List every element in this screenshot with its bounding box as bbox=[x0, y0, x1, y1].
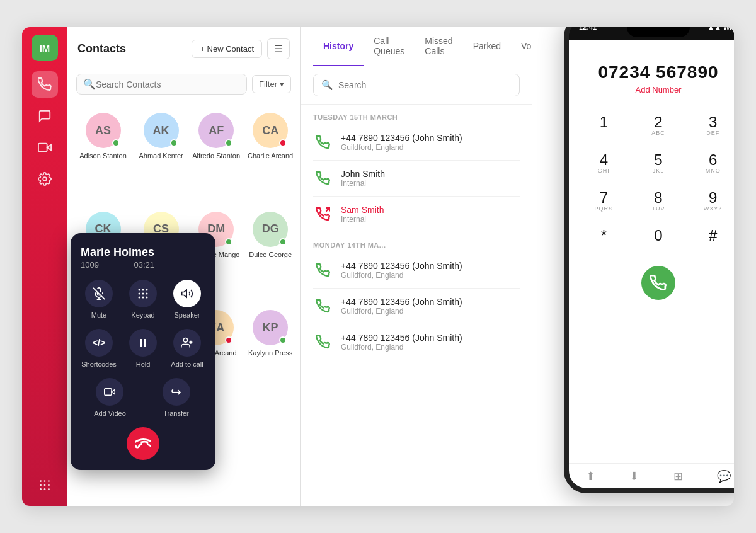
contact-card[interactable]: AK Ahmad Kenter bbox=[134, 106, 188, 205]
contact-card[interactable]: CA Charlie Arcand bbox=[244, 106, 297, 205]
svg-point-19 bbox=[139, 297, 140, 299]
svg-point-14 bbox=[142, 289, 144, 291]
dial-num: 3 bbox=[709, 115, 717, 130]
dial-key-1[interactable]: 1 bbox=[576, 107, 631, 145]
sidebar-avatar[interactable]: IM bbox=[32, 35, 58, 61]
svg-point-15 bbox=[146, 289, 148, 291]
dial-key-*[interactable]: * bbox=[576, 221, 631, 258]
history-info: +44 7890 123456 (John Smith) Guildford, … bbox=[341, 333, 520, 352]
speaker-icon bbox=[173, 280, 201, 307]
history-call-icon bbox=[313, 132, 333, 152]
dial-alpha: GHI bbox=[598, 168, 610, 175]
sidebar-icon-phone[interactable] bbox=[32, 71, 58, 98]
phone-notch: 12:41 ▲▲ WiFi bbox=[569, 27, 734, 40]
contacts-search-input[interactable] bbox=[96, 79, 240, 89]
contact-name: Kaylynn Press bbox=[248, 349, 293, 357]
list-view-button[interactable]: ☰ bbox=[267, 38, 290, 59]
dial-alpha: JKL bbox=[653, 168, 665, 175]
phone-screen: 07234 567890 Add Number 1 2 ABC 3 DEF 4 … bbox=[569, 40, 734, 463]
add-video-button[interactable]: Add Video bbox=[94, 378, 126, 417]
history-name: +44 7890 123456 (John Smith) bbox=[341, 261, 520, 271]
history-info: +44 7890 123456 (John Smith) Guildford, … bbox=[341, 261, 520, 280]
call-popup-ext: 1009 03:21 bbox=[81, 260, 154, 270]
dial-key-5[interactable]: 5 JKL bbox=[631, 145, 686, 183]
contact-card[interactable]: KP Kaylynn Press bbox=[244, 304, 297, 403]
svg-point-7 bbox=[44, 484, 46, 486]
contact-card[interactable]: AF Alfredo Stanton bbox=[188, 106, 244, 205]
phone-bottom-icon-3[interactable]: ⊞ bbox=[673, 469, 683, 483]
phone-number-display: 07234 567890 bbox=[598, 62, 718, 83]
svg-point-4 bbox=[44, 480, 46, 482]
history-item[interactable]: Sam Smith Internal bbox=[313, 197, 520, 232]
shortcodes-button[interactable]: </> Shortcodes bbox=[81, 329, 117, 368]
hold-button[interactable]: Hold bbox=[125, 329, 161, 368]
keypad-button[interactable]: Keypad bbox=[125, 280, 161, 319]
history-item[interactable]: +44 7890 123456 (John Smith) Guildford, … bbox=[313, 324, 520, 360]
history-info: +44 7890 123456 (John Smith) Guildford, … bbox=[341, 297, 520, 316]
end-call-row: Add Video ↪ Transfer bbox=[81, 378, 205, 417]
speaker-button[interactable]: Speaker bbox=[169, 280, 205, 319]
phone-mockup: 12:41 ▲▲ WiFi 07234 567890 Add Number 1 … bbox=[564, 27, 734, 493]
contacts-search-bar: 🔍 Filter ▾ bbox=[67, 67, 300, 101]
history-item[interactable]: +44 7890 123456 (John Smith) Guildford, … bbox=[313, 253, 520, 289]
history-list: TUESDAY 15TH MARCH +44 7890 123456 (John… bbox=[301, 105, 532, 506]
sidebar-icon-settings[interactable] bbox=[32, 166, 58, 192]
sidebar-icon-video[interactable] bbox=[32, 134, 58, 161]
phone-add-number[interactable]: Add Number bbox=[636, 85, 682, 95]
dial-call-button[interactable] bbox=[641, 266, 675, 300]
sidebar-icon-dialpad[interactable] bbox=[32, 472, 58, 498]
history-search-input[interactable] bbox=[338, 80, 512, 90]
phone-bottom-bar: ⬆ ⬇ ⊞ 💬 bbox=[569, 463, 734, 488]
dial-key-2[interactable]: 2 ABC bbox=[631, 107, 686, 145]
date-header: TUESDAY 15TH MARCH bbox=[313, 105, 520, 125]
contacts-filter-button[interactable]: Filter ▾ bbox=[252, 75, 291, 93]
phone-bottom-icon-4[interactable]: 💬 bbox=[717, 469, 731, 483]
history-item[interactable]: +44 7890 123456 (John Smith) Guildford, … bbox=[313, 289, 520, 324]
mute-icon bbox=[85, 280, 113, 307]
dial-key-4[interactable]: 4 GHI bbox=[576, 145, 631, 183]
svg-point-3 bbox=[40, 480, 42, 482]
svg-rect-1 bbox=[38, 144, 47, 152]
dial-num: 0 bbox=[654, 228, 662, 243]
history-item[interactable]: +44 7890 123456 (John Smith) Guildford, … bbox=[313, 125, 520, 161]
sidebar-icon-chat[interactable] bbox=[32, 103, 58, 129]
svg-point-6 bbox=[40, 484, 42, 486]
status-dot bbox=[225, 238, 232, 246]
history-item[interactable]: John Smith Internal bbox=[313, 161, 520, 197]
add-to-call-label: Add to call bbox=[171, 360, 203, 368]
history-sub: Guildford, England bbox=[341, 271, 520, 280]
sidebar: IM bbox=[22, 27, 67, 506]
contact-avatar-wrap: AK bbox=[144, 113, 179, 148]
phone-bottom-icon-2[interactable]: ⬇ bbox=[629, 469, 639, 483]
add-to-call-button[interactable]: Add to call bbox=[169, 329, 205, 368]
status-dot bbox=[279, 139, 287, 147]
dial-key-8[interactable]: 8 TUV bbox=[631, 183, 686, 221]
tab-voicemail[interactable]: Voicemail1 bbox=[511, 27, 532, 66]
contact-card[interactable]: AS Adison Stanton bbox=[72, 106, 134, 205]
phone-bottom-icon-1[interactable]: ⬆ bbox=[586, 469, 595, 483]
dial-key-7[interactable]: 7 PQRS bbox=[576, 183, 631, 221]
svg-point-2 bbox=[43, 177, 47, 181]
hangup-button[interactable] bbox=[127, 427, 159, 460]
app-container: IM Contacts + New Contact ☰ 🔍 bbox=[22, 27, 734, 506]
dial-key-6[interactable]: 6 MNO bbox=[685, 145, 734, 183]
mute-button[interactable]: Mute bbox=[81, 280, 117, 319]
dial-key-3[interactable]: 3 DEF bbox=[685, 107, 734, 145]
tab-missed-calls[interactable]: Missed Calls bbox=[415, 27, 462, 66]
contact-name: Adison Stanton bbox=[76, 152, 130, 159]
svg-point-10 bbox=[44, 488, 46, 490]
new-contact-button[interactable]: + New Contact bbox=[192, 40, 262, 58]
history-sub: Guildford, England bbox=[341, 307, 520, 316]
dial-key-#[interactable]: # bbox=[685, 221, 734, 258]
add-video-label: Add Video bbox=[94, 410, 126, 417]
contacts-header-actions: + New Contact ☰ bbox=[192, 38, 290, 59]
contacts-search-wrap: 🔍 bbox=[76, 74, 247, 95]
dial-num: 7 bbox=[600, 190, 608, 205]
contact-card[interactable]: DG Dulce George bbox=[244, 205, 297, 304]
tab-call-queues[interactable]: Call Queues bbox=[364, 27, 415, 66]
dial-key-0[interactable]: 0 bbox=[631, 221, 686, 258]
tab-history[interactable]: History bbox=[313, 27, 364, 66]
dial-key-9[interactable]: 9 WXYZ bbox=[685, 183, 734, 221]
tab-parked[interactable]: Parked bbox=[463, 27, 511, 66]
transfer-button[interactable]: ↪ Transfer bbox=[163, 378, 190, 417]
